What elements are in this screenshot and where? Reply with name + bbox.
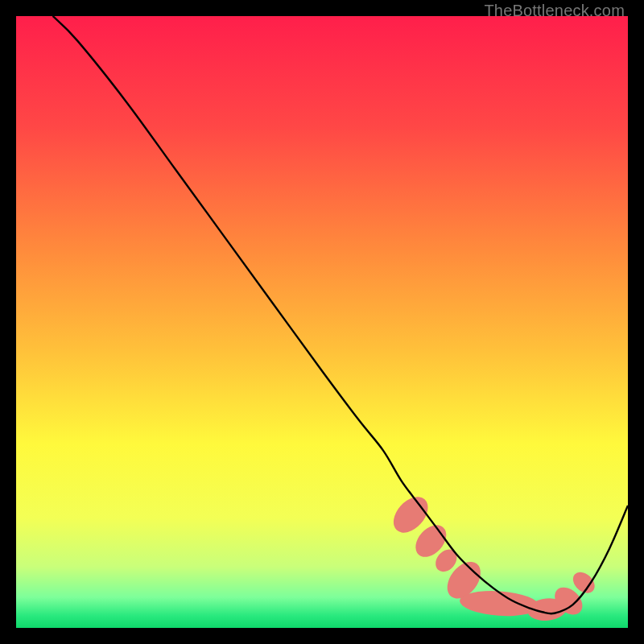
chart-frame [16,16,628,628]
chart-svg [16,16,628,628]
chart-background [16,16,628,628]
